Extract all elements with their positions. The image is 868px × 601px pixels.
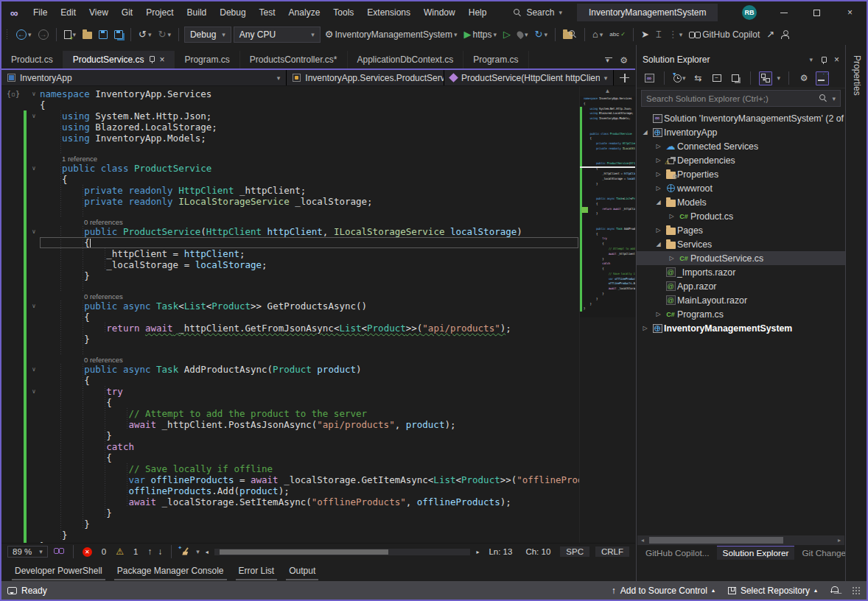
- minimize-button[interactable]: [767, 1, 800, 24]
- code-line[interactable]: private readonly ILocalStorageService _l…: [1, 196, 579, 207]
- save-all-button[interactable]: [112, 29, 125, 41]
- expander-icon[interactable]: ◢: [653, 199, 664, 205]
- horizontal-scrollbar[interactable]: [214, 549, 471, 555]
- toolbar-grip[interactable]: [6, 29, 9, 41]
- tree-item[interactable]: ∞Solution 'InventoryManagementSystem' (2…: [637, 111, 845, 125]
- code-line[interactable]: _httpClient = httpClient;: [1, 248, 579, 259]
- member-dropdown[interactable]: ProductService(HttpClient httpClient, IL…: [444, 70, 614, 85]
- code-line[interactable]: {: [1, 174, 579, 185]
- toolbar-overflow-button[interactable]: ⋮▾: [666, 28, 685, 41]
- spell-check-button[interactable]: abc✓: [607, 29, 628, 39]
- github-copilot-button[interactable]: GitHub Copilot: [687, 28, 762, 41]
- code-line[interactable]: }: [1, 270, 579, 281]
- menu-view[interactable]: View: [83, 4, 115, 21]
- panel-tab-error-list[interactable]: Error List: [233, 563, 281, 580]
- code-editor[interactable]: {▫} ∨namespace InventoryApp.Services{∨ u…: [1, 86, 635, 543]
- code-cleanup-dropdown[interactable]: ▾: [196, 548, 200, 555]
- tree-item[interactable]: ▷InventoryManagementSystem: [637, 321, 845, 335]
- feedback-button[interactable]: [779, 29, 791, 41]
- copilot-status-icon[interactable]: [54, 548, 64, 555]
- collapse-all-icon[interactable]: −: [710, 71, 724, 85]
- fold-toggle-icon[interactable]: ∨: [28, 386, 40, 397]
- add-to-source-control-button[interactable]: ↑ Add to Source Control ▴: [612, 586, 715, 596]
- menu-debug[interactable]: Debug: [213, 4, 252, 21]
- code-line[interactable]: // Attempt to add the product to the ser…: [1, 408, 579, 419]
- expander-icon[interactable]: ▷: [666, 213, 677, 219]
- code-line[interactable]: using InventoryApp.Models;: [1, 133, 579, 144]
- expander-icon[interactable]: ▷: [653, 227, 664, 233]
- document-tab[interactable]: ApplicationDbContext.cs: [348, 51, 464, 68]
- code-line[interactable]: private readonly HttpClient _httpClient;: [1, 185, 579, 196]
- menu-test[interactable]: Test: [253, 4, 282, 21]
- document-tab[interactable]: ProductService.cs×: [63, 51, 175, 68]
- menu-tools[interactable]: Tools: [326, 4, 360, 21]
- line-indicator[interactable]: Ln: 13: [485, 547, 516, 556]
- codelens-references[interactable]: 0 references: [1, 356, 579, 364]
- start-without-debugging-button[interactable]: ▷: [501, 28, 513, 41]
- codelens-references[interactable]: 0 references: [1, 292, 579, 300]
- fold-toggle-icon[interactable]: ∨: [28, 300, 40, 312]
- code-line[interactable]: ∨ using System.Net.Http.Json;: [1, 110, 579, 122]
- code-line[interactable]: using Blazored.LocalStorage;: [1, 122, 579, 133]
- expander-icon[interactable]: ▷: [653, 157, 664, 164]
- tree-item[interactable]: ◢Services: [637, 237, 845, 251]
- menu-file[interactable]: File: [27, 4, 54, 21]
- code-cleanup-icon[interactable]: ✦: [181, 547, 190, 557]
- redo-button[interactable]: ↻▾: [156, 28, 173, 41]
- close-button[interactable]: ×: [833, 1, 867, 24]
- error-count[interactable]: 0: [98, 547, 110, 556]
- split-editor-button[interactable]: [614, 70, 635, 85]
- fold-toggle-icon[interactable]: ∨: [28, 226, 40, 237]
- scroll-left-icon[interactable]: ◂: [637, 537, 648, 544]
- sync-with-active-document-icon[interactable]: ⇆: [692, 71, 705, 85]
- code-line[interactable]: [1, 144, 579, 155]
- scroll-right-icon[interactable]: ▸: [834, 537, 844, 544]
- home-window-button[interactable]: ⌂▾: [590, 28, 605, 41]
- tree-item[interactable]: ▷Pages: [637, 223, 845, 237]
- tree-item[interactable]: ▷☁Connected Services: [637, 139, 845, 153]
- tab-options-gear-icon[interactable]: ⚙: [620, 55, 628, 66]
- codelens-references[interactable]: 0 references: [1, 218, 579, 226]
- code-line[interactable]: }: [1, 430, 579, 441]
- tree-item[interactable]: ▷C#Product.cs: [637, 209, 845, 223]
- solution-platform-dropdown[interactable]: Any CPU▾: [234, 27, 321, 43]
- find-in-files-button[interactable]: [561, 28, 579, 41]
- menu-edit[interactable]: Edit: [54, 4, 83, 21]
- tree-item[interactable]: @MainLayout.razor: [637, 293, 845, 307]
- code-area[interactable]: {▫} ∨namespace InventoryApp.Services{∨ u…: [1, 86, 579, 543]
- panel-tab-package-manager-console[interactable]: Package Manager Console: [111, 563, 230, 580]
- menu-extensions[interactable]: Extensions: [360, 4, 417, 21]
- restart-button[interactable]: ↻▾: [533, 28, 550, 41]
- code-line[interactable]: ∨ public class ProductService: [1, 163, 579, 174]
- next-issue-button[interactable]: ↓: [158, 546, 162, 557]
- expander-icon[interactable]: ▷: [640, 325, 651, 331]
- expander-icon[interactable]: ◢: [640, 129, 651, 136]
- code-line[interactable]: [1, 281, 579, 292]
- menu-git[interactable]: Git: [115, 4, 139, 21]
- pointer-mode-button[interactable]: ➤: [639, 28, 651, 41]
- close-tab-icon[interactable]: ×: [159, 55, 164, 65]
- undo-button[interactable]: ↺▾: [136, 28, 153, 41]
- show-all-files-icon[interactable]: [729, 71, 742, 85]
- minimap[interactable]: namespace InventoryApp.Services{ using S…: [580, 96, 635, 317]
- code-line[interactable]: ∨ try: [1, 386, 579, 397]
- code-line[interactable]: ∨namespace InventoryApp.Services: [1, 88, 579, 99]
- pin-icon[interactable]: [820, 56, 827, 64]
- tree-item[interactable]: ▷C#Program.cs: [637, 307, 845, 321]
- tree-item[interactable]: ▷⚙Properties: [637, 167, 845, 181]
- expander-icon[interactable]: ▷: [666, 255, 677, 261]
- solution-search-input[interactable]: [646, 94, 815, 103]
- track-active-dropdown[interactable]: ▾: [777, 74, 781, 82]
- code-line[interactable]: ∨ public async Task AddProductAsync(Prod…: [1, 364, 579, 375]
- resize-grip[interactable]: [852, 586, 861, 595]
- maximize-button[interactable]: [800, 1, 833, 24]
- code-line[interactable]: await _httpClient.PostAsJsonAsync("api/p…: [1, 419, 579, 430]
- properties-wrench-icon[interactable]: ⚙: [797, 71, 811, 85]
- startup-project-dropdown[interactable]: ⚙InventoryManagementSystem▾: [323, 28, 460, 41]
- zoom-level-dropdown[interactable]: 89 %▾: [7, 546, 48, 558]
- tree-item[interactable]: ▷C#ProductService.cs: [637, 251, 845, 265]
- code-line[interactable]: {: [1, 397, 579, 408]
- code-line[interactable]: catch: [1, 441, 579, 452]
- scroll-right-icon[interactable]: ▸: [476, 549, 479, 555]
- text-cursor-button[interactable]: ⌶: [654, 28, 664, 41]
